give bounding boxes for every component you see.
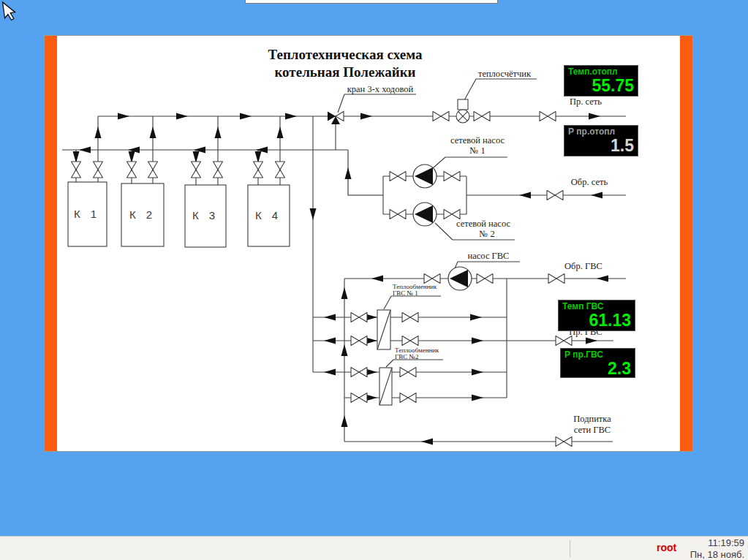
valve-icon	[424, 274, 440, 284]
display-value: 55.75	[568, 77, 634, 94]
valve-icon	[547, 191, 563, 200]
valve-icon	[127, 162, 137, 178]
boiler-label: К 4	[255, 209, 282, 222]
valve-icon	[400, 393, 416, 403]
label-return-net: Обр. сеть	[571, 177, 608, 187]
valve-icon	[192, 162, 201, 178]
label-hx2-num: ГВС №2	[395, 353, 419, 360]
label-network-pump-2-num: № 2	[479, 229, 494, 239]
display-temp-gvs: Темп ГВС 61.13	[558, 300, 635, 331]
boiler-k4: К 4	[248, 185, 290, 246]
label-makeup-2: сети ГВС	[574, 425, 611, 435]
boiler-k1: К 1	[68, 182, 107, 246]
valve-icon	[214, 162, 223, 178]
valve-icon	[390, 172, 406, 181]
valve-icon	[400, 368, 416, 377]
display-label: Р пр.отопл	[568, 126, 634, 137]
clock-applet[interactable]: 11:19:59 Пн, 18 нояб.	[684, 537, 744, 560]
valve-icon	[556, 437, 572, 447]
valve-icon	[444, 210, 460, 219]
page-title-line2: котельная Полежайки	[221, 64, 469, 81]
display-p-pr-gvs: Р пр.ГВС 2.3	[560, 348, 635, 378]
scada-canvas: К 1 К 2 К 3 К 4 кран 3-х ходовой теплосч…	[44, 35, 693, 452]
clock-date: Пн, 18 нояб.	[684, 549, 744, 560]
label-three-way-valve: кран 3-х ходовой	[347, 84, 414, 94]
label-network-pump-1: сетевой насос	[450, 135, 505, 145]
network-pump-2-icon	[413, 203, 437, 226]
display-temp-otopl: Темп.отопл 55.75	[564, 65, 638, 97]
valve-icon	[254, 162, 263, 178]
valve-icon	[444, 172, 460, 181]
clock-time: 11:19:59	[684, 537, 744, 549]
valve-icon	[402, 336, 418, 346]
label-supply-net: Пр. сеть	[570, 97, 602, 107]
boiler-label: К 2	[129, 208, 156, 221]
taskbar: root 11:19:59 Пн, 18 нояб.	[0, 536, 748, 560]
valve-icon	[540, 112, 556, 121]
valve-icon	[548, 274, 564, 284]
label-heat-meter: теплосчётчик	[478, 69, 532, 79]
session-user-label: root	[657, 542, 676, 553]
display-value: 1.5	[568, 137, 634, 154]
label-makeup: Подпитка	[573, 414, 611, 424]
gvs-pump-icon	[448, 267, 472, 290]
display-value: 61.13	[562, 311, 631, 329]
valve-icon	[351, 313, 367, 322]
pipe-lines	[62, 116, 626, 442]
label-network-pump-2: сетевой насос	[456, 219, 510, 229]
display-value: 2.3	[564, 360, 631, 377]
boiler-k3: К 3	[185, 185, 226, 247]
valve-icon	[94, 162, 103, 178]
display-label: Темп.отопл	[568, 67, 634, 77]
page-title-line1: Теплотехническая схема	[221, 46, 469, 64]
valve-icon	[148, 162, 158, 178]
valve-icon	[474, 112, 490, 121]
valve-icon	[390, 210, 406, 219]
label-network-pump-1-num: № 1	[469, 145, 485, 156]
display-label: Темп ГВС	[562, 301, 631, 311]
heat-exchanger-1-icon	[377, 310, 390, 349]
mouse-cursor-icon	[1, 1, 18, 23]
page-title: Теплотехническая схема котельная Полежай…	[221, 46, 469, 81]
valve-icon	[477, 274, 493, 284]
background-window-edge[interactable]	[245, 0, 498, 4]
desktop: { "desktop": { "background_color": "#55a…	[0, 0, 748, 560]
label-hx1-num: ГВС № 1	[393, 290, 418, 297]
valve-icon	[402, 313, 418, 322]
three-way-valve-icon	[328, 112, 344, 125]
valve-icon	[433, 112, 449, 121]
boiler-label: К 3	[192, 209, 219, 222]
heat-meter-icon	[456, 99, 469, 123]
valve-icon	[276, 162, 285, 178]
display-label: Р пр.ГВС	[564, 349, 631, 360]
valve-icon	[351, 336, 367, 346]
boiler-k2: К 2	[121, 183, 164, 246]
network-pump-1-icon	[413, 164, 437, 188]
taskbar-separator	[570, 540, 570, 557]
valve-icon	[351, 393, 367, 403]
display-p-pr-otopl: Р пр.отопл 1.5	[564, 125, 638, 156]
schematic-svg: К 1 К 2 К 3 К 4 кран 3-х ходовой теплосч…	[45, 36, 694, 453]
valve-icon	[351, 368, 367, 377]
label-gvs-return: Обр. ГВС	[564, 261, 602, 271]
valve-icon	[556, 336, 572, 346]
boiler-label: К 1	[74, 208, 100, 220]
valve-icon	[72, 162, 81, 178]
label-gvs-pump: насос ГВС	[468, 251, 510, 261]
heat-exchanger-2-icon	[379, 368, 392, 405]
